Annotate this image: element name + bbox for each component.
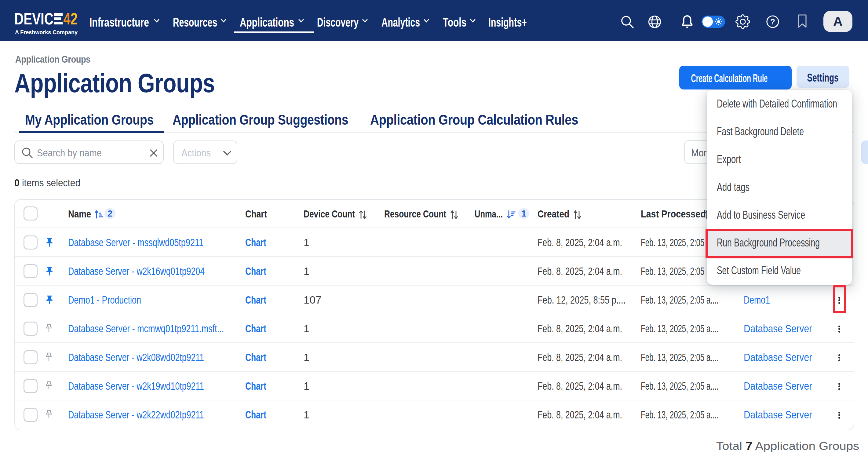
svg-text:?: ? <box>770 17 775 26</box>
